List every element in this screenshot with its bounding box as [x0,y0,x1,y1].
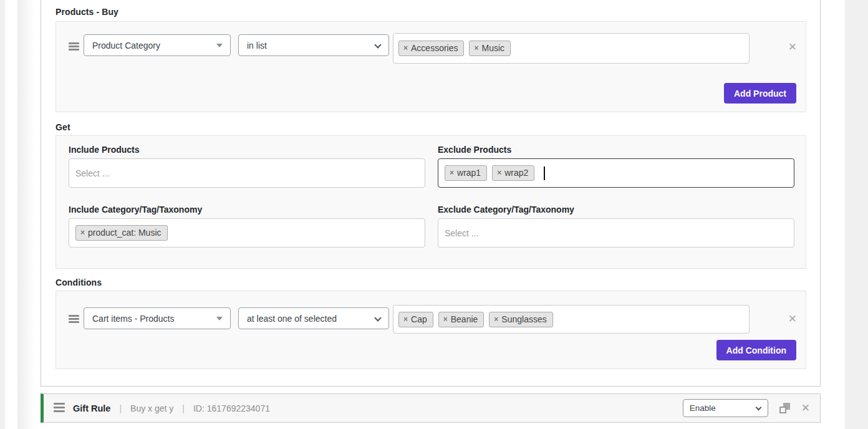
tag-chip[interactable]: × Sunglasses [489,312,552,327]
tag-chip[interactable]: × wrap2 [492,165,534,181]
condition-operator-select[interactable]: at least one of selected [238,307,389,329]
separator: | [119,403,122,413]
tag-chip[interactable]: × product_cat: Music [75,225,168,241]
exclude-taxonomy-placeholder: Select ... [445,228,478,238]
include-taxonomy-input[interactable]: × product_cat: Music [69,218,425,248]
product-field-value: Product Category [92,41,160,51]
product-values-input[interactable]: × Accessories × Music [393,33,750,64]
tag-chip[interactable]: × Cap [398,312,433,327]
products-buy-group: Product Category in list × Accessories ×… [55,21,806,112]
exclude-products-label: Exclude Products [438,145,511,155]
tag-label: product_cat: Music [88,228,162,238]
conditions-group: Cart items - Products at least one of se… [55,291,806,369]
tag-label: wrap1 [457,168,481,178]
remove-tag-icon[interactable]: × [450,169,454,176]
tag-chip[interactable]: × Music [469,41,511,56]
product-field-select[interactable]: Product Category [84,34,231,56]
duplicate-rule-icon[interactable] [779,403,790,413]
remove-tag-icon[interactable]: × [443,316,448,323]
exclude-taxonomy-input[interactable]: Select ... [438,218,794,248]
include-taxonomy-label: Include Category/Tag/Taxonomy [69,205,202,214]
condition-field-select[interactable]: Cart items - Products [84,307,231,329]
rule-editor-panel: Products - Buy Product Category in list … [41,0,821,387]
tag-label: Accessories [411,43,458,53]
dropdown-arrow-icon [216,317,223,321]
status-select[interactable]: Enable [683,399,768,417]
remove-tag-icon[interactable]: × [474,44,478,52]
drag-handle-icon[interactable] [69,315,79,324]
tag-chip[interactable]: × Accessories [398,41,464,56]
remove-tag-icon[interactable]: × [494,316,498,323]
chevron-down-icon [755,405,761,411]
add-product-button[interactable]: Add Product [724,83,796,104]
condition-operator-value: at least one of selected [247,314,337,324]
section-title-get: Get [55,122,70,132]
tag-label: Sunglasses [501,314,546,324]
include-products-input[interactable]: Select ... [69,158,425,188]
tag-label: wrap2 [504,168,528,178]
remove-tag-icon[interactable]: × [80,229,85,236]
exclude-products-input[interactable]: × wrap1 × wrap2 [438,158,794,188]
left-gutter-shadow [17,0,35,429]
remove-tag-icon[interactable]: × [497,169,501,176]
drag-handle-icon[interactable] [69,42,79,52]
exclude-taxonomy-label: Exclude Category/Tag/Taxonomy [438,205,574,214]
rule-id: ID: 1617692234071 [193,403,270,413]
dropdown-arrow-icon [216,44,223,47]
section-title-conditions: Conditions [55,277,102,287]
rule-summary-bar: Gift Rule | Buy x get y | ID: 1617692234… [41,393,821,423]
operator-value: in list [247,41,267,51]
drag-handle-icon[interactable] [54,403,65,414]
separator: | [182,403,185,413]
condition-field-value: Cart items - Products [92,314,174,324]
condition-values-input[interactable]: × Cap × Beanie × Sunglasses [393,305,750,334]
content-area: Products - Buy Product Category in list … [5,0,845,429]
operator-select[interactable]: in list [238,34,389,56]
add-condition-button[interactable]: Add Condition [716,340,796,360]
chevron-down-icon [374,314,381,321]
text-caret [544,166,545,180]
tag-chip[interactable]: × wrap1 [445,165,487,181]
status-select-value: Enable [690,403,716,413]
get-group: Include Products Select ... Exclude Prod… [55,135,806,269]
tag-label: Cap [411,314,427,324]
tag-label: Music [482,43,505,53]
delete-rule-icon[interactable]: ✕ [801,402,810,415]
remove-tag-icon[interactable]: × [403,316,408,323]
include-products-label: Include Products [69,145,140,155]
section-title-products-buy: Products - Buy [55,7,118,17]
remove-tag-icon[interactable]: × [403,44,408,52]
tag-chip[interactable]: × Beanie [438,312,485,327]
remove-row-icon[interactable]: ✕ [788,41,797,54]
tag-label: Beanie [451,314,478,324]
remove-row-icon[interactable]: ✕ [788,312,797,325]
include-products-placeholder: Select ... [75,168,109,178]
rule-title: Gift Rule [73,403,110,413]
chevron-down-icon [374,41,381,48]
rule-type: Buy x get y [130,403,173,413]
